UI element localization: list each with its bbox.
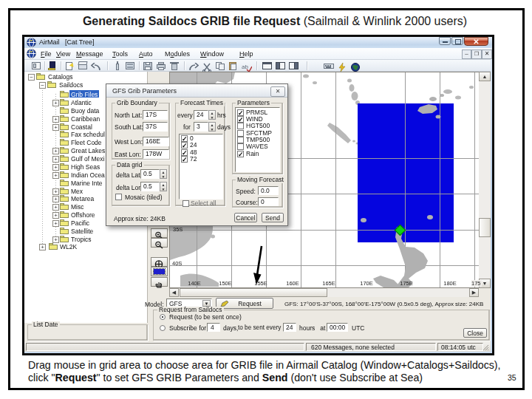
svg-text:ab: ab [242,64,248,70]
